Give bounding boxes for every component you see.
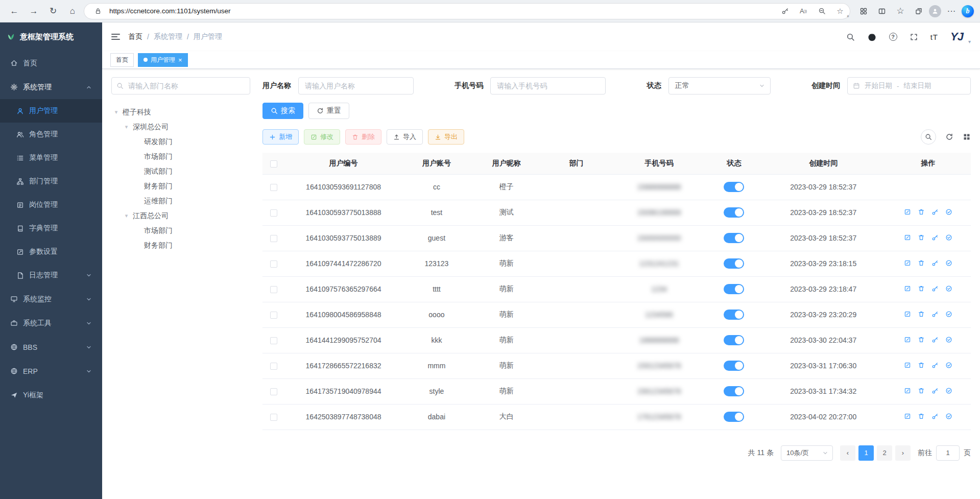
browser-home-icon[interactable]: ⌂ — [64, 4, 81, 19]
row-assign-role-button[interactable] — [945, 387, 952, 394]
status-toggle[interactable] — [724, 335, 744, 345]
row-reset-password-button[interactable] — [931, 387, 939, 394]
zoom-out-icon[interactable] — [815, 5, 829, 18]
tree-node[interactable]: ▾ 财务部门 — [111, 179, 250, 194]
sidebar-fold-icon[interactable] — [111, 34, 120, 40]
sidebar-item-role-mgmt[interactable]: 角色管理 — [0, 123, 102, 146]
status-toggle[interactable] — [724, 233, 744, 243]
row-assign-role-button[interactable] — [945, 362, 952, 369]
import-button[interactable]: 导入 — [387, 129, 423, 145]
row-edit-button[interactable] — [904, 362, 911, 369]
row-edit-button[interactable] — [904, 336, 911, 343]
browser-reload-icon[interactable]: ↻ — [45, 4, 61, 19]
goto-page-input[interactable] — [936, 445, 960, 461]
row-checkbox[interactable] — [270, 337, 277, 344]
row-delete-button[interactable] — [918, 413, 925, 420]
row-assign-role-button[interactable] — [945, 285, 952, 292]
row-reset-password-button[interactable] — [931, 336, 939, 343]
row-assign-role-button[interactable] — [945, 413, 952, 420]
page-size-select[interactable]: 10条/页 — [781, 445, 833, 461]
row-edit-button[interactable] — [904, 208, 911, 216]
status-toggle[interactable] — [724, 182, 744, 192]
browser-forward-icon[interactable]: → — [26, 4, 42, 19]
row-delete-button[interactable] — [918, 234, 925, 241]
status-toggle[interactable] — [724, 361, 744, 371]
collections-icon[interactable] — [911, 4, 927, 19]
row-reset-password-button[interactable] — [931, 234, 939, 241]
row-edit-button[interactable] — [904, 259, 911, 267]
row-checkbox[interactable] — [270, 209, 277, 217]
caret-down-icon[interactable]: ▾ — [124, 124, 129, 130]
row-delete-button[interactable] — [918, 285, 925, 292]
row-checkbox[interactable] — [270, 388, 277, 395]
password-key-icon[interactable] — [778, 5, 792, 18]
row-assign-role-button[interactable] — [945, 311, 952, 318]
delete-button[interactable]: 删除 — [345, 129, 381, 145]
row-assign-role-button[interactable] — [945, 208, 952, 216]
sidebar-item-home[interactable]: 首页 — [0, 51, 102, 75]
row-assign-role-button[interactable] — [945, 234, 952, 241]
toggle-search-button[interactable] — [921, 129, 936, 145]
help-icon[interactable]: ? — [889, 33, 897, 41]
sidebar-item-erp[interactable]: ERP — [0, 359, 102, 383]
prev-page-button[interactable]: ‹ — [840, 445, 855, 461]
tree-node[interactable]: ▾ 研发部门 — [111, 134, 250, 149]
address-bar[interactable]: https://ccnetcore.com:1101/system/user A… — [84, 3, 850, 19]
tree-node[interactable]: ▾ 测试部门 — [111, 164, 250, 179]
status-select[interactable]: 正常 — [668, 77, 771, 94]
sidebar-item-yi-framework[interactable]: Yi框架 — [0, 383, 102, 407]
row-edit-button[interactable] — [904, 234, 911, 241]
row-edit-button[interactable] — [904, 387, 911, 394]
row-checkbox[interactable] — [270, 184, 277, 191]
sidebar-item-monitor[interactable]: 系统监控 — [0, 287, 102, 311]
row-checkbox[interactable] — [270, 260, 277, 268]
row-delete-button[interactable] — [918, 311, 925, 318]
row-checkbox[interactable] — [270, 286, 277, 293]
sidebar-item-post-mgmt[interactable]: 岗位管理 — [0, 193, 102, 217]
user-avatar[interactable]: YJ — [950, 30, 963, 43]
sidebar-item-dept-mgmt[interactable]: 部门管理 — [0, 170, 102, 193]
tree-node[interactable]: ▾ 运维部门 — [111, 194, 250, 208]
tab-close-icon[interactable]: × — [178, 57, 182, 63]
column-settings-button[interactable] — [963, 133, 971, 141]
tree-node[interactable]: ▾ 财务部门 — [111, 238, 250, 253]
add-button[interactable]: 新增 — [262, 129, 299, 145]
sidebar-item-menu-mgmt[interactable]: 菜单管理 — [0, 146, 102, 170]
tree-node[interactable]: ▾ 市场部门 — [111, 149, 250, 164]
sidebar-item-tools[interactable]: 系统工具 — [0, 311, 102, 335]
sidebar-item-system[interactable]: 系统管理 — [0, 75, 102, 99]
breadcrumb-system[interactable]: 系统管理 — [154, 32, 182, 41]
tree-node[interactable]: ▾ 江西总公司 — [111, 208, 250, 223]
extensions-icon[interactable] — [855, 4, 872, 19]
row-edit-button[interactable] — [904, 413, 911, 420]
tree-node[interactable]: ▾ 市场部门 — [111, 223, 250, 238]
row-delete-button[interactable] — [918, 208, 925, 216]
row-assign-role-button[interactable] — [945, 259, 952, 267]
row-reset-password-button[interactable] — [931, 259, 939, 267]
fullscreen-icon[interactable] — [910, 33, 918, 41]
sidebar-item-user-mgmt[interactable]: 用户管理 — [0, 99, 102, 123]
status-toggle[interactable] — [724, 412, 744, 422]
row-edit-button[interactable] — [904, 285, 911, 292]
browser-profile-avatar[interactable] — [929, 5, 941, 17]
bing-copilot-icon[interactable]: b — [962, 5, 974, 17]
row-checkbox[interactable] — [270, 235, 277, 242]
row-assign-role-button[interactable] — [945, 336, 952, 343]
export-button[interactable]: 导出 — [428, 129, 464, 145]
row-reset-password-button[interactable] — [931, 311, 939, 318]
next-page-button[interactable]: › — [895, 445, 911, 461]
row-delete-button[interactable] — [918, 336, 925, 343]
split-screen-icon[interactable] — [874, 4, 890, 19]
favorites-icon[interactable]: ☆ — [892, 4, 909, 19]
row-checkbox[interactable] — [270, 363, 277, 370]
tab-user-mgmt[interactable]: 用户管理 × — [138, 53, 188, 67]
status-toggle[interactable] — [724, 258, 744, 269]
caret-down-icon[interactable]: ▾ — [113, 109, 119, 115]
github-icon[interactable] — [867, 32, 877, 42]
browser-back-icon[interactable]: ← — [6, 4, 22, 19]
row-delete-button[interactable] — [918, 387, 925, 394]
caret-down-icon[interactable]: ▾ — [124, 212, 129, 219]
search-icon[interactable] — [846, 33, 855, 41]
breadcrumb-home[interactable]: 首页 — [128, 32, 142, 41]
edit-button[interactable]: 修改 — [304, 129, 340, 145]
